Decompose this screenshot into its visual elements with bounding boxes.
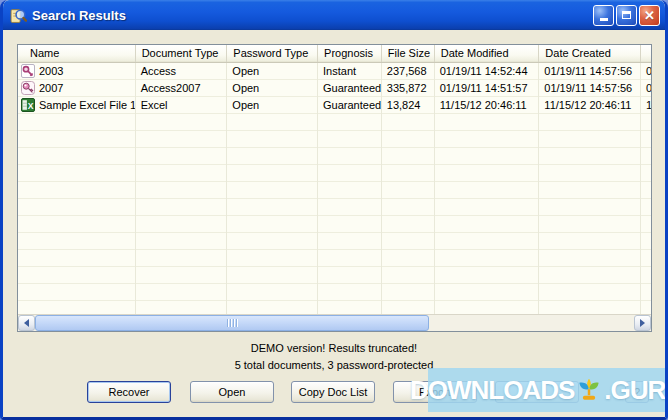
column-header-password-type[interactable]: Password Type xyxy=(227,45,318,62)
document-count: 5 total documents, 3 password-protected xyxy=(3,359,665,371)
empty-table-row xyxy=(18,165,651,182)
cell: 237,568 xyxy=(382,63,435,80)
downloads-guru-logo-icon xyxy=(575,376,603,404)
empty-table-row xyxy=(18,284,651,301)
scroll-left-button[interactable] xyxy=(18,315,35,331)
cell: Excel xyxy=(136,97,228,114)
column-header-date-modified[interactable]: Date Modified xyxy=(435,45,540,62)
horizontal-scrollbar[interactable] xyxy=(18,314,651,331)
cell: 01/19/11 14:57:56 xyxy=(539,63,641,80)
cell: Open xyxy=(227,63,318,80)
cell: Access2007 xyxy=(136,80,228,97)
maximize-icon xyxy=(622,11,631,19)
cell: Access xyxy=(136,63,228,80)
cell: 01/19/11 14:57:56 xyxy=(539,80,641,97)
scroll-right-button[interactable] xyxy=(634,315,651,331)
column-header-name[interactable]: Name xyxy=(18,45,136,62)
column-header-date-created[interactable]: Date Created xyxy=(539,45,641,62)
chevron-right-icon xyxy=(640,319,645,327)
excel-file-icon: X xyxy=(21,98,35,112)
table-body: 2003AccessOpenInstant237,56801/19/11 14:… xyxy=(18,63,651,314)
cell: Guaranteed xyxy=(318,97,382,114)
column-header-document-type[interactable]: Document Type xyxy=(136,45,228,62)
access-2007-file-icon xyxy=(21,81,35,95)
minimize-icon xyxy=(600,18,608,21)
cell: XSample Excel File 1 xyxy=(18,97,136,114)
cell: 2007 xyxy=(18,80,136,97)
search-results-window: Search Results ✕ NameDocument TypePasswo… xyxy=(0,0,668,420)
chevron-left-icon xyxy=(24,319,29,327)
titlebar[interactable]: Search Results ✕ xyxy=(3,0,665,30)
cell: 01/19/11 14:51:57 xyxy=(435,80,540,97)
cell: 0 xyxy=(641,63,651,80)
cell: 13,824 xyxy=(382,97,435,114)
obscured-button[interactable] xyxy=(495,381,579,403)
results-listview: NameDocument TypePassword TypePrognosisF… xyxy=(17,44,652,332)
svg-text:X: X xyxy=(28,101,34,111)
column-header-file-size[interactable]: File Size xyxy=(382,45,435,62)
empty-table-row xyxy=(18,233,651,250)
cell: 11/15/12 20:46:11 xyxy=(435,97,540,114)
cell: 335,872 xyxy=(382,80,435,97)
maximize-button[interactable] xyxy=(616,5,637,26)
empty-table-row xyxy=(18,182,651,199)
empty-table-row xyxy=(18,199,651,216)
table-row[interactable]: XSample Excel File 1ExcelOpenGuaranteed1… xyxy=(18,97,651,114)
scrollbar-grip-icon xyxy=(227,319,237,327)
close-button[interactable]: ✕ xyxy=(639,5,660,26)
cell: Open xyxy=(227,97,318,114)
cell: Instant xyxy=(318,63,382,80)
column-header-blank[interactable] xyxy=(641,45,651,62)
export-button[interactable]: Export xyxy=(393,381,477,403)
client-area: NameDocument TypePassword TypePrognosisF… xyxy=(3,30,665,417)
table-row[interactable]: 2003AccessOpenInstant237,56801/19/11 14:… xyxy=(18,63,651,80)
empty-table-row xyxy=(18,301,651,314)
window-title: Search Results xyxy=(32,8,591,23)
search-results-icon xyxy=(10,7,27,24)
empty-table-row xyxy=(18,114,651,131)
copy-doc-list-button[interactable]: Copy Doc List xyxy=(291,381,375,403)
help-button[interactable]: ? xyxy=(625,381,649,403)
scrollbar-thumb[interactable] xyxy=(35,315,429,331)
cell: 0 xyxy=(641,80,651,97)
cell: 1 xyxy=(641,97,651,114)
column-header-prognosis[interactable]: Prognosis xyxy=(318,45,382,62)
empty-table-row xyxy=(18,267,651,284)
empty-table-row xyxy=(18,148,651,165)
cell: 2003 xyxy=(18,63,136,80)
empty-table-row xyxy=(18,250,651,267)
open-button[interactable]: Open xyxy=(190,381,274,403)
table-row[interactable]: 2007Access2007OpenGuaranteed335,87201/19… xyxy=(18,80,651,97)
minimize-button[interactable] xyxy=(593,5,614,26)
empty-table-row xyxy=(18,131,651,148)
recover-button[interactable]: Recover xyxy=(87,381,171,403)
cell: Guaranteed xyxy=(318,80,382,97)
cell: 11/15/12 20:46:11 xyxy=(539,97,641,114)
demo-notice: DEMO version! Results truncated! xyxy=(3,342,665,354)
cell: 01/19/11 14:52:44 xyxy=(435,63,540,80)
table-header: NameDocument TypePassword TypePrognosisF… xyxy=(18,45,651,63)
scrollbar-track[interactable] xyxy=(35,315,634,331)
cell: Open xyxy=(227,80,318,97)
empty-table-row xyxy=(18,216,651,233)
close-icon: ✕ xyxy=(644,9,655,22)
status-area: DEMO version! Results truncated! 5 total… xyxy=(3,342,665,376)
access-2003-file-icon xyxy=(21,64,35,78)
